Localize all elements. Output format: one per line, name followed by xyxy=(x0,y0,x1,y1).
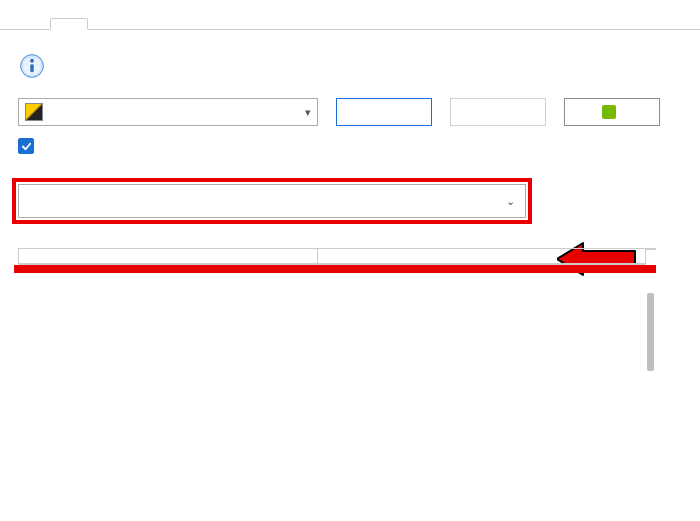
column-header-feature[interactable] xyxy=(19,249,318,263)
remove-button xyxy=(450,98,546,126)
table-header xyxy=(19,249,645,264)
info-banner xyxy=(18,52,658,80)
svg-rect-2 xyxy=(30,64,34,72)
chevron-down-icon: ⌄ xyxy=(506,195,515,208)
table-scrollbar[interactable] xyxy=(646,248,656,250)
tab-program-settings[interactable] xyxy=(50,18,88,30)
column-header-setting[interactable] xyxy=(318,249,645,263)
svg-point-3 xyxy=(30,59,34,63)
add-button[interactable] xyxy=(336,98,432,126)
settings-table xyxy=(18,248,646,265)
settings-tabstrip xyxy=(0,0,700,30)
preferred-gpu-select[interactable]: ⌄ xyxy=(18,184,526,218)
show-only-checkbox[interactable] xyxy=(18,138,34,154)
program-select[interactable]: ▾ xyxy=(18,98,318,126)
info-icon xyxy=(18,52,46,80)
chevron-down-icon: ▾ xyxy=(305,106,311,119)
program-icon xyxy=(25,103,43,121)
annotation-highlight-rows xyxy=(14,265,656,273)
tab-global-settings[interactable] xyxy=(12,19,50,30)
nvidia-logo-icon xyxy=(602,105,616,119)
restore-button[interactable] xyxy=(564,98,660,126)
scrollbar-thumb[interactable] xyxy=(647,293,654,371)
